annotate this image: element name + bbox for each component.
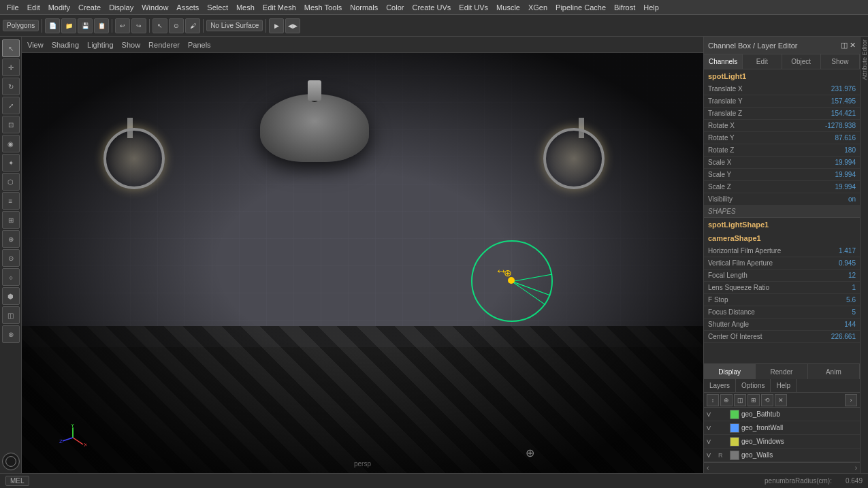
layer-row-bathtub[interactable]: V geo_Bathtub [704, 408, 860, 421]
move-tool-icon[interactable]: ✛ [2, 59, 20, 76]
menu-color[interactable]: Color [382, 3, 408, 12]
tab-object[interactable]: Object [782, 54, 821, 69]
tool11-icon[interactable]: ⬢ [2, 287, 20, 305]
layer-v-windows[interactable]: V [707, 438, 716, 445]
tool7-icon[interactable]: ⊞ [2, 211, 20, 229]
channel-row-focus-distance[interactable]: Focus Distance 5 [704, 306, 860, 319]
layer-color-frontwall[interactable] [730, 423, 739, 433]
viewport-view-menu[interactable]: View [27, 41, 44, 49]
redo-icon[interactable]: ↪ [131, 18, 146, 33]
menu-edit[interactable]: Edit [23, 3, 44, 12]
bp-tab-display[interactable]: Display [704, 364, 756, 379]
layer-add-icon[interactable]: ⊕ [720, 394, 733, 406]
new-scene-icon[interactable]: 📄 [45, 18, 60, 33]
layer-color-windows[interactable] [730, 437, 739, 446]
layer-right-scroll[interactable]: › [845, 394, 857, 406]
channel-row-focal[interactable]: Focal Length 12 [704, 270, 860, 282]
layer-color-bathtub[interactable] [730, 410, 739, 419]
channel-row-rotate-z[interactable]: Rotate Z 180 [704, 144, 860, 157]
tool9-icon[interactable]: ⊙ [2, 249, 20, 267]
menu-window[interactable]: Window [138, 3, 172, 12]
mel-label[interactable]: MEL [5, 476, 29, 486]
menu-normals[interactable]: Normals [346, 3, 382, 12]
channel-row-visibility[interactable]: Visibility on [704, 193, 860, 206]
render-icon[interactable]: ▶ [269, 18, 284, 33]
tab-edit[interactable]: Edit [743, 54, 782, 69]
ipr-icon[interactable]: ◀▶ [285, 18, 300, 33]
channel-row-fstop[interactable]: F Stop 5.6 [704, 294, 860, 306]
layer-sort-icon[interactable]: ↕ [707, 394, 719, 406]
channel-row-rotate-y[interactable]: Rotate Y 87.616 [704, 132, 860, 144]
live-surface-button[interactable]: No Live Surface [206, 20, 263, 31]
transform-tool-icon[interactable]: ⊡ [2, 116, 20, 133]
menu-pipeline-cache[interactable]: Pipeline Cache [551, 3, 610, 12]
channel-row-h-film[interactable]: Horizontal Film Aperture 1.417 [704, 245, 860, 257]
layer-scroll-left[interactable]: ‹ [707, 464, 709, 472]
menu-mesh-tools[interactable]: Mesh Tools [300, 3, 346, 12]
menu-muscle[interactable]: Muscle [492, 3, 524, 12]
tab-channels[interactable]: Channels [704, 54, 743, 69]
layer-row-windows[interactable]: V geo_Windows [704, 435, 860, 449]
menu-file[interactable]: File [3, 3, 23, 12]
menu-create[interactable]: Create [74, 3, 105, 12]
layer-row-walls[interactable]: V R geo_Walls [704, 449, 860, 462]
menu-select[interactable]: Select [203, 3, 232, 12]
bp-tab-anim[interactable]: Anim [808, 364, 860, 379]
channel-row-scale-z[interactable]: Scale Z 19.994 [704, 181, 860, 193]
channel-row-center-of-interest[interactable]: Center Of Interest 226.661 [704, 331, 860, 343]
menu-mesh[interactable]: Mesh [232, 3, 259, 12]
channel-row-translate-y[interactable]: Translate Y 157.495 [704, 95, 860, 108]
tab-show[interactable]: Show [821, 54, 860, 69]
bp-subtab-options[interactable]: Options [736, 379, 771, 392]
channel-row-lens-squeeze[interactable]: Lens Squeeze Ratio 1 [704, 282, 860, 294]
attribute-editor-label[interactable]: Attribute Editor [861, 39, 868, 80]
tool8-icon[interactable]: ⊕ [2, 230, 20, 248]
layer-v-walls[interactable]: V [707, 452, 716, 459]
channel-row-scale-y[interactable]: Scale Y 19.994 [704, 169, 860, 181]
menu-create-uvs[interactable]: Create UVs [408, 3, 455, 12]
channel-row-rotate-x[interactable]: Rotate X -1278.938 [704, 120, 860, 132]
channel-row-shutter-angle[interactable]: Shutter Angle 144 [704, 319, 860, 331]
layer-row-frontwall[interactable]: V geo_frontWall [704, 421, 860, 435]
menu-xgen[interactable]: XGen [524, 3, 551, 12]
mode-dropdown[interactable]: Polygons [3, 20, 39, 31]
layer-v-bathtub[interactable]: V [707, 411, 716, 418]
layer-scroll-right[interactable]: › [855, 464, 857, 472]
soft-select-icon[interactable]: ◉ [2, 135, 20, 152]
viewport-shading-menu[interactable]: Shading [52, 41, 79, 49]
scale-tool-icon[interactable]: ⤢ [2, 97, 20, 114]
menu-help[interactable]: Help [639, 3, 663, 12]
menu-display[interactable]: Display [105, 3, 138, 12]
select-tool-icon[interactable]: ↖ [2, 39, 20, 57]
tool13-icon[interactable]: ⊗ [2, 325, 20, 343]
paint-icon[interactable]: 🖌 [185, 18, 200, 33]
bp-subtab-layers[interactable]: Layers [704, 379, 736, 392]
channel-box-scroll[interactable]: spotLight1 Translate X 231.976 Translate… [704, 69, 860, 363]
save-as-icon[interactable]: 📋 [94, 18, 109, 33]
viewport-lighting-menu[interactable]: Lighting [87, 41, 114, 49]
bp-tab-render[interactable]: Render [756, 364, 807, 379]
viewport-show-menu[interactable]: Show [122, 41, 141, 49]
layer-selected-icon[interactable]: ◫ [734, 394, 746, 406]
bp-subtab-help[interactable]: Help [771, 379, 797, 392]
shapes-section-header[interactable]: SHAPES [704, 206, 860, 218]
channel-row-scale-x[interactable]: Scale X 19.994 [704, 157, 860, 169]
viewport-3d[interactable]: ⊕ ↔ X Y Z ⊕ [22, 53, 703, 473]
layer-color-walls[interactable] [730, 451, 739, 460]
tool12-icon[interactable]: ◫ [2, 306, 20, 324]
menu-modify[interactable]: Modify [44, 3, 74, 12]
select-icon[interactable]: ↖ [152, 18, 167, 33]
layer-v-frontwall[interactable]: V [707, 425, 716, 432]
save-scene-icon[interactable]: 💾 [78, 18, 93, 33]
viewport-panels-menu[interactable]: Panels [188, 41, 211, 49]
layer-r-walls[interactable]: R [718, 452, 728, 459]
render-view-icon[interactable] [2, 453, 20, 470]
channel-row-v-film[interactable]: Vertical Film Aperture 0.945 [704, 257, 860, 270]
undo-icon[interactable]: ↩ [115, 18, 130, 33]
tool10-icon[interactable]: ⟐ [2, 268, 20, 286]
layer-display-icon[interactable]: ⊞ [748, 394, 760, 406]
paint-skin-icon[interactable]: ✦ [2, 154, 20, 172]
menu-edit-mesh[interactable]: Edit Mesh [259, 3, 300, 12]
cb-expand-icon[interactable]: ◫ [841, 41, 848, 50]
lasso-icon[interactable]: ⊙ [169, 18, 184, 33]
